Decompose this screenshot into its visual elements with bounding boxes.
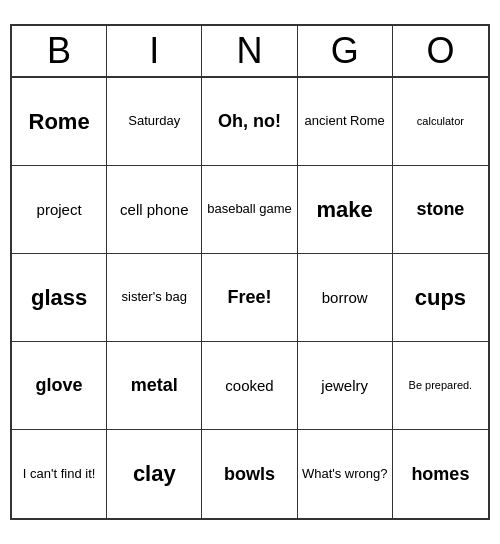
bingo-header: BINGO	[12, 26, 488, 78]
cell-text: project	[37, 201, 82, 218]
bingo-cell: Rome	[12, 78, 107, 166]
header-letter: N	[202, 26, 297, 76]
cell-text: bowls	[224, 464, 275, 485]
cell-text: stone	[416, 199, 464, 220]
cell-text: What's wrong?	[302, 467, 388, 482]
bingo-cell: jewelry	[298, 342, 393, 430]
cell-text: Be prepared.	[409, 379, 473, 392]
bingo-cell: Oh, no!	[202, 78, 297, 166]
bingo-grid: RomeSaturdayOh, no!ancient Romecalculato…	[12, 78, 488, 518]
bingo-cell: What's wrong?	[298, 430, 393, 518]
cell-text: clay	[133, 461, 176, 486]
bingo-cell: Be prepared.	[393, 342, 488, 430]
bingo-cell: glove	[12, 342, 107, 430]
cell-text: cooked	[225, 377, 273, 394]
bingo-cell: homes	[393, 430, 488, 518]
header-letter: B	[12, 26, 107, 76]
bingo-cell: cups	[393, 254, 488, 342]
bingo-cell: sister's bag	[107, 254, 202, 342]
cell-text: Free!	[227, 287, 271, 308]
bingo-cell: calculator	[393, 78, 488, 166]
cell-text: jewelry	[321, 377, 368, 394]
bingo-cell: glass	[12, 254, 107, 342]
cell-text: cell phone	[120, 201, 188, 218]
bingo-cell: Saturday	[107, 78, 202, 166]
header-letter: O	[393, 26, 488, 76]
cell-text: cups	[415, 285, 466, 310]
cell-text: borrow	[322, 289, 368, 306]
cell-text: Saturday	[128, 114, 180, 129]
header-letter: G	[298, 26, 393, 76]
bingo-cell: metal	[107, 342, 202, 430]
header-letter: I	[107, 26, 202, 76]
bingo-cell: baseball game	[202, 166, 297, 254]
bingo-cell: I can't find it!	[12, 430, 107, 518]
cell-text: metal	[131, 375, 178, 396]
cell-text: glass	[31, 285, 87, 310]
cell-text: I can't find it!	[23, 467, 96, 482]
bingo-cell: project	[12, 166, 107, 254]
cell-text: homes	[411, 464, 469, 485]
bingo-card: BINGO RomeSaturdayOh, no!ancient Romecal…	[10, 24, 490, 520]
bingo-cell: borrow	[298, 254, 393, 342]
bingo-cell: make	[298, 166, 393, 254]
bingo-cell: clay	[107, 430, 202, 518]
cell-text: ancient Rome	[305, 114, 385, 129]
bingo-cell: Free!	[202, 254, 297, 342]
bingo-cell: stone	[393, 166, 488, 254]
cell-text: Rome	[29, 109, 90, 134]
cell-text: Oh, no!	[218, 111, 281, 132]
bingo-cell: cell phone	[107, 166, 202, 254]
cell-text: sister's bag	[122, 290, 187, 305]
bingo-cell: bowls	[202, 430, 297, 518]
cell-text: baseball game	[207, 202, 292, 217]
cell-text: calculator	[417, 115, 464, 128]
bingo-cell: cooked	[202, 342, 297, 430]
bingo-cell: ancient Rome	[298, 78, 393, 166]
cell-text: glove	[36, 375, 83, 396]
cell-text: make	[317, 197, 373, 222]
